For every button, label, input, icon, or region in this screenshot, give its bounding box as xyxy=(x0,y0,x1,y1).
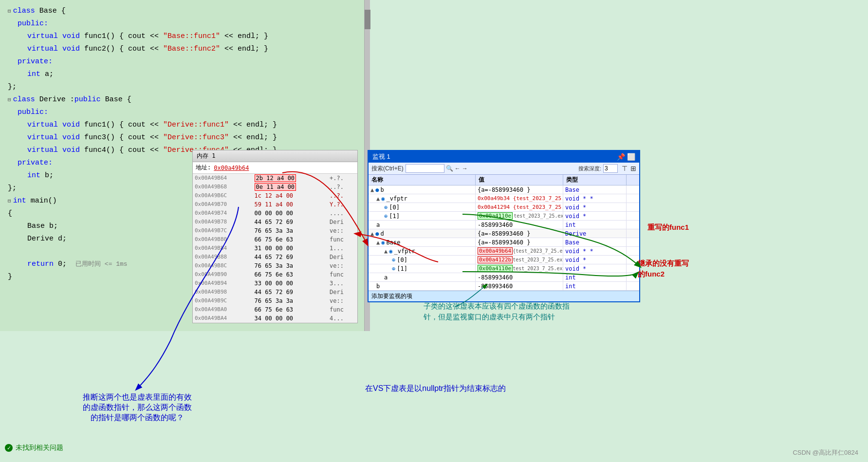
val-red-d-0: 0x00a4122b xyxy=(478,256,513,263)
annotation-rewrite-func1: 重写的func1 xyxy=(647,223,689,232)
collapse-icon-3[interactable]: ⊟ xyxy=(8,195,11,207)
memory-title: 内存 1 xyxy=(197,152,215,160)
memory-window: 内存 1 地址: 0x00a49b64 0x00A49B64 2b 12 a4 … xyxy=(192,150,358,323)
table-row: 0x00A49B9C 76 65 3a 3a ve:: xyxy=(193,296,357,305)
back-icon[interactable]: ← xyxy=(455,165,461,172)
pin-button[interactable]: 📌 xyxy=(617,153,625,161)
add-watch-label: 添加要监视的项 xyxy=(371,293,412,299)
watch-window: 监视 1 📌 ⬜ 搜索(Ctrl+E) 🔍 ← → 搜索深度: ⊤ ⊞ 名称 值… xyxy=(368,150,640,302)
watch-table: ▲ ● b {a=-858993460 } Base ▲ ◉ _vfptr 0x… xyxy=(369,185,639,291)
status-icon: ✓ xyxy=(5,444,13,452)
search-label: 搜索(Ctrl+E) xyxy=(371,165,404,173)
table-row: 0x00A49B78 44 65 72 69 Deri xyxy=(193,218,357,226)
watch-title-controls: 📌 ⬜ xyxy=(617,153,635,161)
annotation-inherited-func2: 继承的没有重写的func2 xyxy=(638,258,689,279)
table-row: 0x00A49B70 59 11 a4 00 Y.?. xyxy=(193,200,357,209)
table-row: 0x00A49B64 2b 12 a4 00 +.?. xyxy=(193,174,357,183)
collapse-icon-1[interactable]: ⊟ xyxy=(8,5,11,18)
memory-address-bar: 地址: 0x00a49b64 xyxy=(193,162,357,174)
watch-row-b-a: a -858993460 int xyxy=(369,221,639,229)
code-line-10: virtual void func1() { cout << "Derive::… xyxy=(8,119,362,131)
search-depth-input[interactable] xyxy=(603,164,618,173)
table-row: 0x00A49BA0 66 75 6e 63 func xyxy=(193,305,357,314)
watch-row-b-vfptr-1: ⊕ [1] 0x00a4110e test_2023_7_25.exe!Deri… xyxy=(369,212,639,221)
table-row: 0x00A49B6C 1c 12 a4 00 ..?. xyxy=(193,191,357,200)
code-line-3: virtual void func1() { cout << "Base::fu… xyxy=(8,30,362,43)
watch-row-b: ▲ ● b {a=-858993460 } Base xyxy=(369,185,639,194)
collapse-icon-2[interactable]: ⊟ xyxy=(8,93,11,106)
code-line-8: ⊟class Derive :public Base { xyxy=(8,93,362,106)
val-red-d-vfptr: 0x00a49b64 xyxy=(478,247,513,255)
col-type: 类型 xyxy=(563,175,627,185)
bottom-note: 推断这两个也是虚表里面的有效 的虚函数指针，那么这两个函数 的指针是哪两个函数的… xyxy=(83,392,192,423)
table-row: 0x00A49B88 44 65 72 69 Deri xyxy=(193,253,357,261)
code-line-7: }; xyxy=(8,81,362,93)
watch-title-bar: 监视 1 📌 ⬜ xyxy=(369,151,639,163)
watch-col-header: 名称 值 类型 xyxy=(369,175,639,185)
right-note: 在VS下虚表是以nullptr指针为结束标志的 xyxy=(365,384,506,394)
col-value: 值 xyxy=(476,175,563,185)
watch-search-bar: 搜索(Ctrl+E) 🔍 ← → 搜索深度: ⊤ ⊞ xyxy=(369,163,639,175)
search-icon[interactable]: 🔍 xyxy=(446,165,453,172)
watch-row-d-base-vfptr-0: ⊕ [0] 0x00a4122b test_2023_7_25.exe!Base… xyxy=(369,256,639,264)
watch-row-d-base-vfptr-1: ⊕ [1] 0x00a4110e test_2023_7_25.exe!Deri… xyxy=(369,264,639,273)
tree-expand-d-base[interactable]: ▲ xyxy=(376,239,380,246)
code-line-1: ⊟class Base { xyxy=(8,5,362,18)
search-depth-label: 搜索深度: xyxy=(578,165,601,172)
watch-title: 监视 1 xyxy=(372,152,390,161)
watch-row-b-vfptr-0: ⊕ [0] 0x00a41294 {test_2023_7_25.exe!std… xyxy=(369,203,639,212)
table-row: 0x00A49B98 44 65 72 69 Deri xyxy=(193,288,357,296)
tree-expand-d-base-vfptr[interactable]: ▲ xyxy=(384,248,388,255)
table-row: 0x00A49B68 0e 11 a4 00 ..?. xyxy=(193,183,357,191)
address-label: 地址: xyxy=(196,164,211,172)
watermark: CSDN @高比拜仁0824 xyxy=(793,448,858,457)
table-row: 0x00A49B84 31 00 00 00 1... xyxy=(193,244,357,253)
code-line-11: virtual void func3() { cout << "Derive::… xyxy=(8,131,362,144)
watch-row-b-vfptr: ▲ ◉ _vfptr 0x00a49b34 {test_2023_7_25.ex… xyxy=(369,194,639,203)
table-row: 0x00A49BA4 34 00 00 00 4... xyxy=(193,314,357,323)
tree-expand-b[interactable]: ▲ xyxy=(370,186,374,193)
col-name: 名称 xyxy=(369,175,476,185)
code-line-2: public: xyxy=(8,18,362,30)
watch-row-d-base: ▲ ◉ Base {a=-858993460 } Base xyxy=(369,238,639,247)
code-line-9: public: xyxy=(8,106,362,119)
subclass-note: 子类的这张虚表本应该有四个虚函数的函数指 针，但是监视窗口的虚表中只有两个指针 xyxy=(424,301,570,322)
status-bar: ✓ 未找到相关问题 xyxy=(5,444,63,452)
table-row: 0x00A49B90 66 75 6e 63 func xyxy=(193,270,357,279)
code-line-6: int a; xyxy=(8,68,362,81)
tree-expand-vfptr-b[interactable]: ▲ xyxy=(376,195,380,202)
memory-table: 0x00A49B64 2b 12 a4 00 +.?. 0x00A49B68 0… xyxy=(193,174,357,323)
watch-add-row[interactable]: 添加要监视的项 xyxy=(369,291,639,301)
tree-expand-d[interactable]: ▲ xyxy=(370,230,374,237)
table-row: 0x00A49B8C 76 65 3a 3a ve:: xyxy=(193,261,357,270)
column-icon[interactable]: ⊞ xyxy=(630,165,636,172)
memory-title-bar: 内存 1 xyxy=(193,150,357,162)
status-text: 未找到相关问题 xyxy=(16,444,63,452)
watch-row-d-base-vfptr: ▲ ◉ _vfptr 0x00a49b64 {test_2023_7_25.ex… xyxy=(369,247,639,256)
table-row: 0x00A49B7C 76 65 3a 3a ve:: xyxy=(193,226,357,235)
watch-row-d-b: b -858993460 int xyxy=(369,282,639,291)
table-row: 0x00A49B80 66 75 6e 63 func xyxy=(193,235,357,244)
forward-icon[interactable]: → xyxy=(462,165,468,172)
watch-row-d-a: a -858993460 int xyxy=(369,273,639,282)
val-green-d-1: 0x00a4110e xyxy=(478,265,513,272)
watch-row-d: ▲ ● d {a=-858993460 } Derive xyxy=(369,229,639,238)
val-green-b1: 0x00a4110e xyxy=(478,212,513,220)
code-line-5: private: xyxy=(8,55,362,68)
table-row: 0x00A49B94 33 00 00 00 3... xyxy=(193,279,357,288)
filter-icon[interactable]: ⊤ xyxy=(622,165,628,172)
address-value[interactable]: 0x00a49b64 xyxy=(214,165,249,171)
code-line-4: virtual void func2() { cout << "Base::fu… xyxy=(8,43,362,55)
table-row: 0x00A49B74 00 00 00 00 .... xyxy=(193,209,357,218)
search-input[interactable] xyxy=(406,164,444,173)
float-button[interactable]: ⬜ xyxy=(627,153,635,161)
